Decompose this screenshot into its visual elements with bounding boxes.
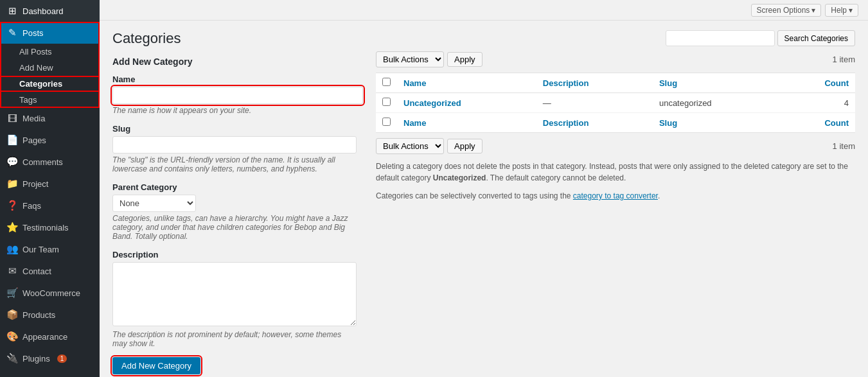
posts-icon: ✎	[6, 27, 18, 39]
sidebar-item-our-team[interactable]: 👥 Our Team	[0, 238, 100, 260]
parent-hint: Categories, unlike tags, can have a hier…	[112, 214, 357, 241]
name-hint: The name is how it appears on your site.	[112, 106, 363, 115]
slug-label: Slug	[112, 124, 363, 134]
screen-options-label: Screen Options	[757, 6, 810, 15]
page-title: Categories	[112, 30, 363, 47]
description-group: Description The description is not promi…	[112, 250, 363, 348]
sidebar-item-label: Dashboard	[22, 6, 64, 16]
sidebar-item-woocommerce[interactable]: 🛒 WooCommerce	[0, 282, 100, 304]
sidebar-item-appearance[interactable]: 🎨 Appearance	[0, 326, 100, 347]
table-row: Uncategorized — uncategorized 4	[376, 93, 855, 113]
col-header-description[interactable]: Description	[536, 73, 653, 93]
sidebar-sub-item-all-posts[interactable]: All Posts	[0, 44, 100, 60]
sidebar: ⊞ Dashboard ✎ Posts All Posts Add New Ca…	[0, 0, 100, 377]
row-name-cell: Uncategorized	[397, 93, 536, 113]
search-input[interactable]	[666, 30, 775, 46]
parent-label: Parent Category	[112, 182, 363, 192]
sidebar-item-testimonials[interactable]: ⭐ Testimonials	[0, 216, 100, 238]
sidebar-item-products[interactable]: 📦 Products	[0, 304, 100, 326]
woocommerce-icon: 🛒	[6, 287, 18, 299]
slug-hint: The "slug" is the URL-friendly version o…	[112, 155, 357, 173]
testimonials-icon: ⭐	[6, 222, 18, 233]
top-bulk-row: Bulk Actions Apply 1 item	[376, 51, 855, 67]
col-header-name[interactable]: Name	[397, 73, 536, 93]
add-new-category-button[interactable]: Add New Category	[112, 357, 200, 374]
help-chevron-icon: ▾	[849, 6, 853, 15]
sidebar-item-comments[interactable]: 💬 Comments	[0, 151, 100, 173]
bottom-bulk-row: Bulk Actions Apply 1 item	[376, 138, 855, 154]
sidebar-item-label: Media	[22, 114, 45, 123]
col-footer-count[interactable]: Count	[782, 113, 855, 133]
content-area: Categories Add New Category Name The nam…	[100, 21, 868, 377]
topbar: Screen Options ▾ Help ▾	[100, 0, 868, 21]
col-footer-name[interactable]: Name	[397, 113, 536, 133]
sidebar-item-contact[interactable]: ✉ Contact	[0, 260, 100, 282]
select-all-checkbox[interactable]	[382, 78, 391, 86]
sidebar-item-faqs[interactable]: ❓ Faqs	[0, 195, 100, 216]
help-button[interactable]: Help ▾	[825, 4, 858, 17]
comments-icon: 💬	[6, 156, 18, 168]
search-categories-button[interactable]: Search Categories	[777, 30, 855, 46]
sidebar-item-plugins[interactable]: 🔌 Plugins 1	[0, 347, 100, 369]
description-label: Description	[112, 250, 363, 259]
description-hint: The description is not prominent by defa…	[112, 330, 357, 348]
info-text-2: Categories can be selectively converted …	[376, 190, 855, 202]
category-to-tag-link[interactable]: category to tag converter	[573, 191, 658, 200]
bottom-apply-button[interactable]: Apply	[447, 139, 483, 153]
search-bar-row: Search Categories	[376, 30, 855, 46]
slug-group: Slug The "slug" is the URL-friendly vers…	[112, 124, 363, 173]
sidebar-item-pages[interactable]: 📄 Pages	[0, 129, 100, 151]
categories-table: Name Description Slug Count	[376, 73, 855, 133]
name-input[interactable]	[112, 87, 363, 104]
sidebar-item-label: Project	[22, 179, 48, 189]
top-bulk-actions-select[interactable]: Bulk Actions	[376, 51, 444, 67]
sidebar-item-label: Posts	[22, 28, 44, 38]
row-slug-cell: uncategorized	[653, 93, 782, 113]
sidebar-item-label: Pages	[22, 136, 46, 145]
description-textarea[interactable]	[112, 262, 357, 326]
col-footer-slug[interactable]: Slug	[653, 113, 782, 133]
sidebar-item-dashboard[interactable]: ⊞ Dashboard	[0, 0, 100, 22]
sidebar-item-posts[interactable]: ✎ Posts	[0, 22, 100, 44]
screen-options-chevron-icon: ▾	[811, 6, 815, 15]
faqs-icon: ❓	[6, 200, 18, 211]
parent-select[interactable]: None	[112, 195, 196, 212]
right-panel: Search Categories Bulk Actions Apply 1 i…	[376, 30, 855, 367]
col-header-slug[interactable]: Slug	[653, 73, 782, 93]
parent-category-group: Parent Category None Categories, unlike …	[112, 182, 363, 241]
name-label: Name	[112, 75, 363, 84]
sidebar-item-project[interactable]: 📁 Project	[0, 173, 100, 195]
row-checkbox[interactable]	[382, 98, 391, 106]
top-item-count: 1 item	[833, 55, 855, 64]
row-count-cell: 4	[782, 93, 855, 113]
sidebar-item-label: Our Team	[22, 245, 59, 254]
screen-options-button[interactable]: Screen Options ▾	[751, 4, 822, 17]
top-apply-button[interactable]: Apply	[447, 52, 483, 67]
sidebar-sub-item-add-new[interactable]: Add New	[0, 60, 100, 76]
slug-input[interactable]	[112, 136, 357, 153]
sidebar-sub-item-tags[interactable]: Tags	[0, 92, 100, 108]
appearance-icon: 🎨	[6, 331, 18, 342]
sidebar-item-label: Appearance	[22, 332, 67, 342]
col-header-count[interactable]: Count	[782, 73, 855, 93]
plugins-icon: 🔌	[6, 353, 18, 364]
bottom-bulk-actions-select[interactable]: Bulk Actions	[376, 138, 444, 154]
category-name-link[interactable]: Uncategorized	[403, 98, 461, 108]
select-all-footer-checkbox[interactable]	[382, 118, 391, 126]
contact-icon: ✉	[6, 265, 18, 277]
add-new-section-title: Add New Category	[112, 57, 363, 67]
bottom-item-count: 1 item	[833, 141, 855, 151]
our-team-icon: 👥	[6, 243, 18, 255]
main-area: Screen Options ▾ Help ▾ Categories Add N…	[100, 0, 868, 377]
info-text-1: Deleting a category does not delete the …	[376, 161, 855, 184]
products-icon: 📦	[6, 309, 18, 320]
sidebar-item-label: Products	[22, 310, 55, 320]
sidebar-item-media[interactable]: 🎞 Media	[0, 108, 100, 129]
plugins-badge: 1	[57, 355, 67, 363]
sidebar-sub-item-categories[interactable]: Categories	[0, 76, 100, 92]
sidebar-item-label: Plugins	[22, 354, 50, 364]
project-icon: 📁	[6, 178, 18, 189]
col-footer-description[interactable]: Description	[536, 113, 653, 133]
sidebar-item-label: Contact	[22, 267, 51, 276]
media-icon: 🎞	[6, 113, 18, 124]
